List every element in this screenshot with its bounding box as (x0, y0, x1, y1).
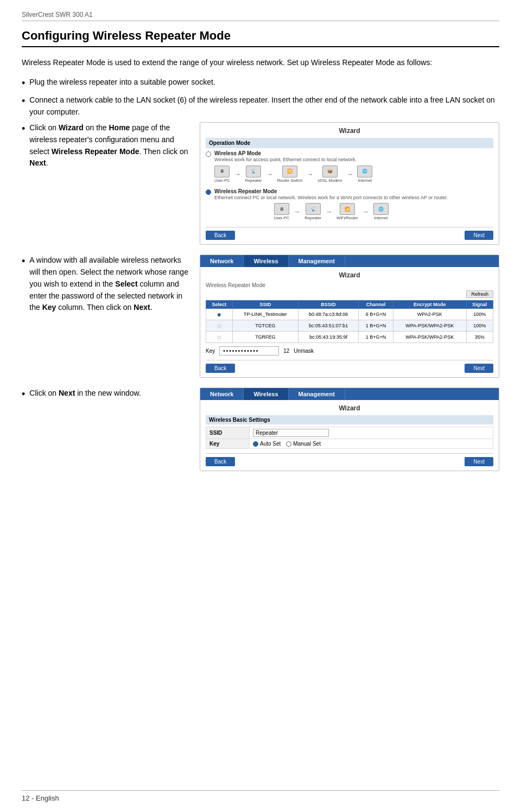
bullet3-end: . Then click on (139, 147, 188, 156)
cell-select-0[interactable]: ● (206, 309, 233, 320)
wiz3-next-button[interactable]: Next (465, 457, 493, 466)
wiz3-key-options: Auto Set Manual Set (250, 439, 493, 449)
dev-router1: 🔀 Router Switch (277, 166, 303, 183)
wiz1-mode1-desc: Wireless work for access point, Ethernet… (214, 156, 372, 163)
bullet3-period: . (46, 158, 48, 167)
bullet5-text-col: • Click on Next in the new window. (22, 388, 190, 405)
wiz1-mode2-desc: Ethernet connect PC or local network. Wi… (214, 194, 448, 201)
wiz3-ssid-row: SSID (206, 427, 493, 439)
wiz2-key-row: Key 12 Unmask (206, 346, 493, 356)
nav3-management[interactable]: Management (289, 388, 345, 400)
cell-select-1[interactable]: ○ (206, 320, 233, 332)
wiz3-radio2-wrap: Manual Set (286, 441, 321, 447)
dev-internet2-icon: 🌐 (373, 203, 389, 215)
cell-channel-2: 1 B+G+N (359, 332, 393, 343)
wiz2-nav: Network Wireless Management (200, 255, 499, 267)
cell-ssid-2: TGRFEG (232, 332, 298, 343)
wiz1-device-row2: 🖥 User-PC → 📡 Repeater → � (214, 203, 448, 220)
wiz1-back-button[interactable]: Back (206, 231, 235, 240)
arrow2c: → (363, 208, 369, 215)
wiz3-title: Wizard (206, 404, 493, 412)
bullet5-prefix: Click on (29, 389, 59, 397)
nav2-management[interactable]: Management (289, 255, 345, 267)
bullet-item-4: • A window with all available wireless n… (22, 255, 190, 313)
wizard-screenshot-1: Wizard Operation Mode Wireless AP Mode W… (200, 122, 499, 245)
wiz1-next-button[interactable]: Next (465, 231, 493, 240)
nav3-wireless[interactable]: Wireless (244, 388, 288, 400)
wiz3-radio-group: Auto Set Manual Set (253, 441, 490, 447)
page-wrapper: SilverCrest SWR 300 A1 Configuring Wirel… (0, 0, 521, 812)
bullet3-text-col: • Click on Wizard on the Home page of th… (22, 122, 190, 174)
wiz1-buttons: Back Next (206, 227, 493, 240)
dev-internet2-label: Internet (374, 215, 387, 220)
bullet-dot-4: • (22, 255, 25, 268)
bullet3-prefix: Click on (29, 123, 59, 132)
table-header-row: Select SSID BSSID Channel Encrypt Mode S… (206, 301, 493, 309)
intro-paragraph: Wireless Repeater Mode is used to extend… (22, 57, 499, 69)
wiz3-inner: Wizard Wireless Basic Settings SSID Key (200, 400, 499, 471)
dev-internet1: 🌐 Internet (357, 166, 372, 183)
cell-encrypt-1: WPA-PSK/WPA2-PSK (393, 320, 466, 332)
wiz3-radio1-wrap: Auto Set (253, 441, 281, 447)
wiz3-ssid-value (250, 427, 493, 439)
wiz3-nav: Network Wireless Management (200, 388, 499, 400)
bullet-row-5: • Click on Next in the new window. Netwo… (22, 388, 499, 471)
arrow1c: → (307, 170, 313, 178)
arrow2a: → (294, 208, 300, 215)
bullet5-suffix: in the new window. (75, 389, 141, 397)
header-bar: SilverCrest SWR 300 A1 (22, 10, 499, 21)
bullet2-text: Connect a network cable to the LAN socke… (29, 94, 499, 118)
dev-userpc2-label: User-PC (274, 215, 289, 220)
footer-bar: 12 - English (22, 790, 499, 802)
th-signal: Signal (466, 301, 493, 309)
th-bssid: BSSID (298, 301, 359, 309)
wiz3-settings-table: SSID Key Auto Set (206, 427, 493, 449)
footer-text: 12 - English (22, 794, 59, 802)
wiz1-mode2: Wireless Repeater Mode Ethernet connect … (206, 188, 493, 223)
wiz3-ssid-label: SSID (206, 427, 250, 439)
dev-repeater1-icon: 📡 (246, 166, 261, 177)
dev-router1-label: Router Switch (277, 178, 303, 183)
wiz2-back-button[interactable]: Back (206, 364, 235, 373)
dev-dsl1-icon: 📦 (322, 166, 338, 177)
wiz3-radio1-dot (253, 441, 258, 447)
bullet5-bold-next: Next (59, 389, 75, 397)
wiz2-next-button[interactable]: Next (465, 364, 493, 373)
table-row: ○ TGTCEG bc:05:43:51:07:b1 1 B+G+N WPA-P… (206, 320, 493, 332)
cell-ssid-0: TP-LINK_Testrouter (232, 309, 298, 320)
wiz2-key-count: 12 (283, 348, 289, 354)
bullet4-bold-select: Select (115, 280, 137, 288)
wiz2-key-input[interactable] (219, 346, 279, 356)
dev-userpc1-label: User-PC (214, 178, 230, 183)
cell-select-2[interactable]: ○ (206, 332, 233, 343)
wiz2-refresh-button[interactable]: Refresh (466, 290, 493, 298)
dev-userpc2: 🖥 User-PC (274, 203, 289, 220)
cell-bssid-2: bc:05:43:19:35:9f (298, 332, 359, 343)
wiz3-key-row: Key Auto Set Manual Set (206, 439, 493, 449)
cell-bssid-1: bc:05:43:51:07:b1 (298, 320, 359, 332)
wiz1-title: Wizard (206, 127, 493, 135)
nav2-wireless[interactable]: Wireless (244, 255, 288, 267)
cell-signal-0: 100% (466, 309, 493, 320)
bullet-dot-2: • (22, 94, 25, 108)
bullet4-period: . (150, 303, 153, 312)
cell-encrypt-0: WPA2-PSK (393, 309, 466, 320)
cell-channel-1: 1 B+G+N (359, 320, 393, 332)
wiz3-radio2-dot (286, 441, 291, 447)
arrow1b: → (266, 170, 273, 178)
wiz1-mode2-title: Wireless Repeater Mode (214, 188, 448, 194)
wiz3-ssid-input[interactable] (253, 429, 329, 437)
header-title: SilverCrest SWR 300 A1 (22, 11, 93, 18)
wiz1-radio1 (206, 151, 211, 157)
wizard-screenshot-3: Network Wireless Management Wizard Wirel… (200, 388, 499, 471)
bullet-item-1: • Plug the wireless repeater into a suit… (22, 77, 499, 90)
cell-encrypt-2: WPA-PSK/WPA2-PSK (393, 332, 466, 343)
th-encrypt: Encrypt Mode (393, 301, 466, 309)
nav3-network[interactable]: Network (200, 388, 244, 400)
wiz2-buttons: Back Next (206, 360, 493, 373)
nav2-network[interactable]: Network (200, 255, 244, 267)
dev-repeater1: 📡 Repeater (245, 166, 262, 183)
cell-bssid-0: b0:48:7a:c3:8d:06 (298, 309, 359, 320)
wizard-box-2: Network Wireless Management Wizard Wirel… (200, 255, 499, 378)
wiz3-back-button[interactable]: Back (206, 457, 235, 466)
